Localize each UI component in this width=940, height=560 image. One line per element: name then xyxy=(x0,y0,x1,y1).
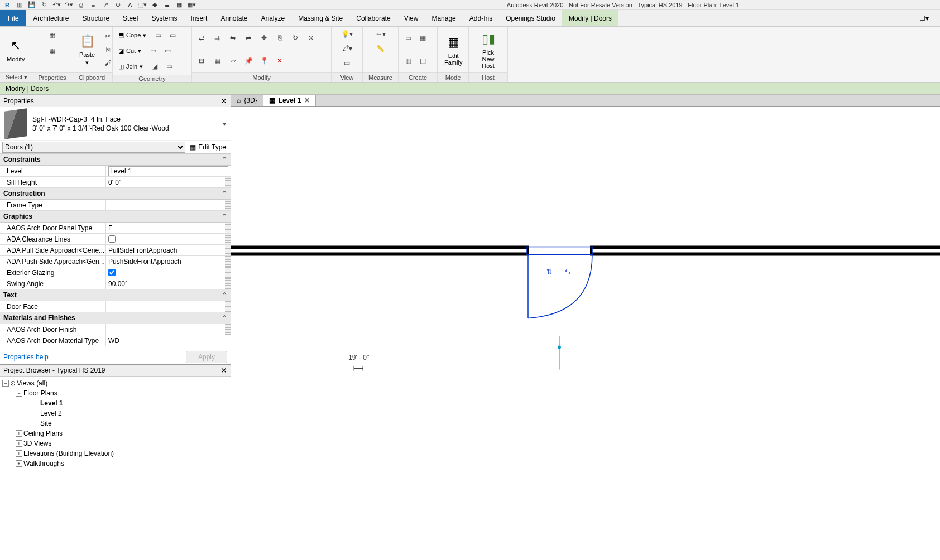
properties-icon[interactable]: ▦ xyxy=(44,44,61,58)
split-icon[interactable]: ⊟ xyxy=(195,55,208,67)
trim-icon[interactable]: ⤫ xyxy=(305,32,317,44)
join-opt1-icon[interactable]: ◢ xyxy=(148,60,161,73)
grip-icon[interactable] xyxy=(225,245,231,255)
grip-icon[interactable] xyxy=(225,301,231,312)
prop-val-finish[interactable] xyxy=(106,324,225,335)
type-dropdown-icon[interactable]: ▾ xyxy=(223,120,226,128)
grip-icon[interactable] xyxy=(225,267,231,278)
delete-icon[interactable]: ✕ xyxy=(274,55,286,67)
grip-icon[interactable] xyxy=(225,177,231,187)
tab-openings-studio[interactable]: Openings Studio xyxy=(499,10,562,26)
modify-button[interactable]: ↖Modify xyxy=(3,36,28,64)
tree-item-views[interactable]: Views (all) xyxy=(17,379,47,387)
mirror-axis-icon[interactable]: ⇋ xyxy=(227,32,239,44)
properties-help-link[interactable]: Properties help xyxy=(3,353,49,361)
edit-type-button[interactable]: ▦Edit Type xyxy=(188,142,228,152)
tab-steel[interactable]: Steel xyxy=(116,10,145,26)
cope-opt1-icon[interactable]: ▭ xyxy=(152,29,164,41)
create-group-icon[interactable]: ▦ xyxy=(416,32,429,44)
grip-icon[interactable] xyxy=(225,234,231,244)
cope-button[interactable]: ⬒Cope▾ ▭▭ xyxy=(116,28,181,42)
align-icon[interactable]: ↗ xyxy=(100,0,111,10)
paste-button[interactable]: 📋Paste▾ xyxy=(75,31,99,67)
properties-close-icon[interactable]: ✕ xyxy=(220,96,227,105)
view-tab-3d[interactable]: ⌂{3D} xyxy=(231,95,263,106)
copy-clipboard-icon[interactable]: ⎘ xyxy=(102,44,114,56)
prop-val-ada[interactable] xyxy=(108,235,116,243)
collapse-icon[interactable]: ⌃ xyxy=(222,213,227,220)
tab-architecture[interactable]: Architecture xyxy=(26,10,75,26)
tree-item-elevations[interactable]: Elevations (Building Elevation) xyxy=(23,450,114,457)
prop-val-face[interactable] xyxy=(106,301,225,312)
prop-val-pull[interactable]: PullSideFrontApproach xyxy=(106,245,225,255)
tree-toggle-icon[interactable]: − xyxy=(16,390,22,397)
undo-icon[interactable]: ↶▾ xyxy=(51,0,61,10)
tree-toggle-icon[interactable]: + xyxy=(16,430,22,437)
flip-facing-icon[interactable]: ⇆ xyxy=(565,268,570,276)
aligned-dim-icon[interactable]: ↔▾ xyxy=(370,28,392,40)
tab-analyze[interactable]: Analyze xyxy=(255,10,292,26)
unpin-icon[interactable]: 📍 xyxy=(258,55,270,67)
scale-icon[interactable]: ▱ xyxy=(227,55,239,67)
group-construction[interactable]: Construction⌃ xyxy=(0,188,231,200)
offset-icon[interactable]: ⇉ xyxy=(211,32,223,44)
move-icon[interactable]: ✥ xyxy=(258,32,270,44)
measure-tool-icon[interactable]: 📏 xyxy=(370,42,392,55)
tab-annotate[interactable]: Annotate xyxy=(214,10,254,26)
open-icon[interactable]: ▥ xyxy=(15,0,25,10)
tab-addins[interactable]: Add-Ins xyxy=(463,10,499,26)
cut-geom-button[interactable]: ◪Cut▾ ▭▭ xyxy=(116,44,176,58)
drawing-canvas[interactable]: ⇅ ⇆ 19' - 0" xyxy=(231,107,940,560)
prop-val-swing[interactable]: 90.00° xyxy=(106,278,225,289)
switch-windows-icon[interactable]: ▦▾ xyxy=(186,0,196,10)
tab-structure[interactable]: Structure xyxy=(75,10,116,26)
hide-icon[interactable]: 💡▾ xyxy=(341,28,353,40)
filter-select[interactable]: Doors (1) xyxy=(2,142,185,153)
grip-icon[interactable] xyxy=(225,324,231,335)
cut-opt1-icon[interactable]: ▭ xyxy=(147,45,159,57)
group-text[interactable]: Text⌃ xyxy=(0,289,231,301)
tab-collaborate[interactable]: Collaborate xyxy=(349,10,397,26)
help-dropdown-icon[interactable]: ☐▾ xyxy=(908,10,940,26)
tree-toggle-icon[interactable]: + xyxy=(16,440,22,447)
thin-lines-icon[interactable]: ≣ xyxy=(162,0,172,10)
prop-val-mat[interactable]: WD xyxy=(106,335,231,346)
tab-view[interactable]: View xyxy=(397,10,425,26)
prop-val-level[interactable] xyxy=(108,166,228,176)
create-similar-icon[interactable]: ▭ xyxy=(402,32,414,44)
save-icon[interactable]: 💾 xyxy=(27,0,37,10)
prop-val-sill[interactable]: 0' 0" xyxy=(106,177,225,187)
type-properties-icon[interactable]: ▦ xyxy=(44,28,61,42)
prop-val-push[interactable]: PushSideFrontApproach xyxy=(106,256,225,267)
tree-item-walkthroughs[interactable]: Walkthroughs xyxy=(23,460,64,467)
collapse-icon[interactable]: ⌃ xyxy=(222,156,227,163)
tree-item-floor-plans[interactable]: Floor Plans xyxy=(23,389,57,397)
tab-systems[interactable]: Systems xyxy=(145,10,184,26)
grip-icon[interactable] xyxy=(225,256,231,267)
array-icon[interactable]: ▦ xyxy=(211,55,223,67)
grip-icon[interactable] xyxy=(225,200,231,210)
close-hidden-icon[interactable]: ▦ xyxy=(174,0,184,10)
section-icon[interactable]: ◆ xyxy=(150,0,160,10)
join-button[interactable]: ◫Join▾ ◢▭ xyxy=(116,59,178,74)
group-materials[interactable]: Materials and Finishes⌃ xyxy=(0,312,231,324)
apply-button[interactable]: Apply xyxy=(186,351,227,363)
tree-item-ceiling[interactable]: Ceiling Plans xyxy=(23,429,63,437)
tab-massing[interactable]: Massing & Site xyxy=(291,10,349,26)
tree-toggle-icon[interactable]: + xyxy=(16,460,22,467)
prop-val-glaz[interactable] xyxy=(108,269,116,276)
rotate-icon[interactable]: ↻ xyxy=(289,32,301,44)
3d-icon[interactable]: ⬚▾ xyxy=(137,0,147,10)
dim-icon[interactable]: ⊙ xyxy=(113,0,123,10)
collapse-icon[interactable]: ⌃ xyxy=(222,314,227,322)
tree-item-level1[interactable]: Level 1 xyxy=(40,399,63,407)
group-constraints[interactable]: Constraints⌃ xyxy=(0,154,231,166)
create-assembly-icon[interactable]: ▥ xyxy=(402,55,414,67)
grip-icon[interactable] xyxy=(225,223,231,233)
align-tool-icon[interactable]: ⇄ xyxy=(195,32,208,44)
pin-icon[interactable]: 📌 xyxy=(242,55,255,67)
collapse-icon[interactable]: ⌃ xyxy=(222,190,227,197)
edit-family-button[interactable]: ▦Edit Family xyxy=(441,32,466,67)
tab-file[interactable]: File xyxy=(0,10,26,26)
prop-val-frame[interactable] xyxy=(106,200,225,210)
